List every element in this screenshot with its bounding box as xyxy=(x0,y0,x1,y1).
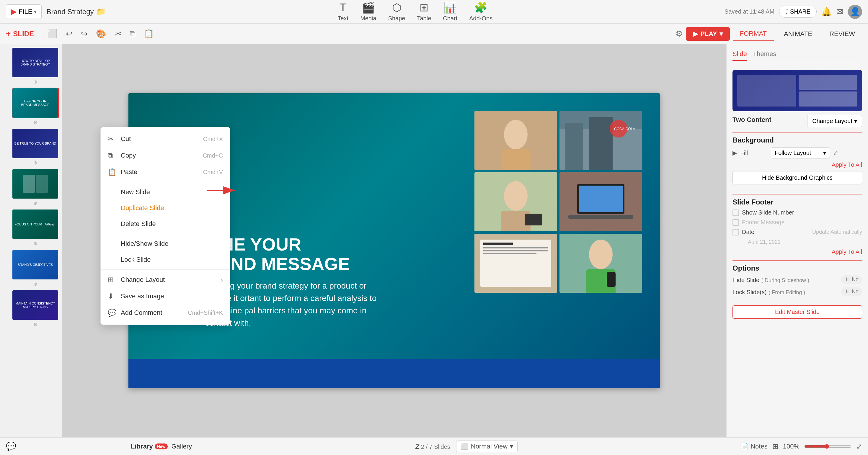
canvas-area: FINE YOUR RAND MESSAGE creating your bra… xyxy=(62,44,726,437)
fullscreen-icon[interactable]: ⤢ xyxy=(856,442,862,451)
background-section-title: Background xyxy=(733,132,862,144)
date-row: Date Update Automatically xyxy=(733,229,862,235)
slide-view-icon[interactable]: ⬜ xyxy=(46,28,59,40)
toolbar-right: ⚙ ▶ PLAY ▾ FORMAT ANIMATE REVIEW xyxy=(676,27,862,41)
avatar[interactable]: 👤 xyxy=(848,5,862,19)
ctx-hide-show-slide[interactable]: Hide/Show Slide xyxy=(101,236,230,252)
image-grid: COCA-COLA xyxy=(474,111,642,293)
lock-slides-label: Lock Slide(s) xyxy=(733,289,767,295)
date-value: April 21, 2021 xyxy=(748,239,781,245)
comment-icon: 💬 xyxy=(108,308,116,317)
cut-icon[interactable]: ✂ xyxy=(113,28,123,40)
image-cell-4 xyxy=(559,172,642,231)
apply-to-all-fill[interactable]: Apply To All xyxy=(733,161,862,168)
file-label: FILE xyxy=(19,8,32,15)
copy-icon[interactable]: ⧉ xyxy=(128,28,137,40)
slide-thumb-icon-6: ⊕ xyxy=(33,281,37,287)
undo-icon[interactable]: ↩ xyxy=(65,28,74,40)
ctx-add-comment[interactable]: 💬 Add Comment Cmd+Shift+K xyxy=(101,304,230,321)
lock-slides-sub: ( From Editing ) xyxy=(769,289,805,295)
format-painter-icon[interactable]: 🎨 xyxy=(95,28,107,40)
cut-icon: ✂ xyxy=(108,135,116,143)
apply-to-all-footer[interactable]: Apply To All xyxy=(733,249,862,255)
ctx-copy[interactable]: ⧉ Copy Cmd+C xyxy=(101,147,230,164)
ctx-cut[interactable]: ✂ Cut Cmd+X xyxy=(101,131,230,147)
change-layout-chevron-icon: ▾ xyxy=(854,118,857,125)
hide-slide-toggle[interactable]: ⏸ No xyxy=(841,275,862,284)
slide-bottom-bar xyxy=(128,359,660,388)
svg-rect-2 xyxy=(501,149,531,170)
ctx-delete-slide[interactable]: Delete Slide xyxy=(101,216,230,232)
change-layout-button[interactable]: Change Layout ▾ xyxy=(807,115,862,127)
footer-message-checkbox[interactable] xyxy=(733,219,739,226)
svg-rect-16 xyxy=(568,215,633,219)
zoom-slider[interactable] xyxy=(804,444,851,449)
lock-slide-toggle[interactable]: ⏸ No xyxy=(841,287,862,296)
right-panel-tabs: Slide Themes xyxy=(733,50,862,64)
expand-arrow-icon: ▶ xyxy=(733,150,737,156)
view-icon: ⬜ xyxy=(461,443,469,450)
ctx-lock-slide[interactable]: Lock Slide xyxy=(101,252,230,268)
messages-icon[interactable]: ✉ xyxy=(836,7,843,17)
toolbar-addons[interactable]: 🧩 Add-Ons xyxy=(469,1,492,22)
add-slide-button[interactable]: + SLIDE xyxy=(6,29,34,39)
update-auto-label: Update Automatically xyxy=(812,229,862,235)
library-button[interactable]: Library New xyxy=(131,443,168,450)
paste-icon[interactable]: 📋 xyxy=(143,28,155,40)
slide-thumb-1[interactable]: HOW TO DEVELOPBRAND STRATEGY xyxy=(12,47,59,78)
toolbar-media[interactable]: 🎬 Media xyxy=(360,1,376,22)
bottom-bar-right: 📄 Notes ⊞ 100% ⤢ xyxy=(741,442,862,451)
slide-thumb-5[interactable]: FOCUS ON YOUR TARGET xyxy=(12,209,59,239)
tab-review[interactable]: REVIEW xyxy=(822,27,862,41)
notes-button[interactable]: 📄 Notes xyxy=(741,443,767,450)
notifications-icon[interactable]: 🔔 xyxy=(822,7,832,17)
svg-rect-21 xyxy=(483,250,548,251)
svg-rect-6 xyxy=(589,117,613,170)
ctx-paste[interactable]: 📋 Paste Cmd+V xyxy=(101,164,230,180)
svg-rect-19 xyxy=(483,242,513,245)
ctx-change-layout[interactable]: ⊞ Change Layout › xyxy=(101,271,230,288)
shape-icon: ⬡ xyxy=(392,1,401,14)
show-slide-number-checkbox[interactable] xyxy=(733,209,739,216)
fill-label: ▶ Fill xyxy=(733,149,768,156)
normal-view-button[interactable]: ⬜ Normal View ▾ xyxy=(456,441,518,452)
tab-format[interactable]: FORMAT xyxy=(733,27,774,41)
slide-thumb-3[interactable]: BE TRUE TO YOUR BRAND xyxy=(12,128,59,159)
gallery-button[interactable]: Gallery xyxy=(171,443,192,450)
image-cell-6 xyxy=(559,234,642,293)
fill-expand-icon[interactable]: ⤢ xyxy=(833,149,838,157)
tab-animate[interactable]: ANIMATE xyxy=(777,27,819,41)
fill-select[interactable]: Follow Layout ▾ xyxy=(771,147,830,158)
play-chevron-icon: ▾ xyxy=(719,30,723,38)
hide-bg-graphics-button[interactable]: Hide Background Graphics xyxy=(733,171,862,185)
edit-master-slide-button[interactable]: Edit Master Slide xyxy=(733,305,862,319)
bottom-bar-left: 💬 xyxy=(6,442,16,451)
grid-view-icon[interactable]: ⊞ xyxy=(772,442,778,451)
ctx-save-as-image[interactable]: ⬇ Save as Image xyxy=(101,288,230,304)
settings-icon[interactable]: ⚙ xyxy=(676,29,683,39)
svg-point-10 xyxy=(504,181,528,211)
file-button[interactable]: ▶ FILE ▾ xyxy=(6,4,42,19)
rp-tab-themes[interactable]: Themes xyxy=(753,50,776,61)
slide-thumb-wrapper-6: 6 BRAND'S OBJECTIVES ⊕ xyxy=(3,249,59,287)
share-button[interactable]: ⤴ SHARE xyxy=(779,6,817,18)
slide-thumb-6[interactable]: BRAND'S OBJECTIVES xyxy=(12,249,59,280)
redo-icon[interactable]: ↪ xyxy=(80,28,89,40)
date-checkbox[interactable] xyxy=(733,229,739,235)
chat-icon[interactable]: 💬 xyxy=(6,442,16,451)
slide-text-block: FINE YOUR RAND MESSAGE creating your bra… xyxy=(205,235,382,329)
toolbar-shape[interactable]: ⬡ Shape xyxy=(388,1,405,22)
ctx-duplicate-slide[interactable]: Duplicate Slide xyxy=(101,200,230,216)
toolbar-chart[interactable]: 📊 Chart xyxy=(443,1,457,22)
slide-thumb-4[interactable] xyxy=(12,168,59,199)
slide-thumb-icon-3: ⊕ xyxy=(33,160,37,166)
rp-tab-slide[interactable]: Slide xyxy=(733,50,747,61)
slide-thumb-wrapper-3: 3 BE TRUE TO YOUR BRAND ⊕ xyxy=(3,128,59,166)
right-panel: Slide Themes Two Content Change Layout ▾… xyxy=(726,44,868,437)
toolbar-text[interactable]: T Text xyxy=(337,1,348,22)
slide-title: FINE YOUR RAND MESSAGE xyxy=(205,235,382,274)
slide-thumb-2[interactable]: DEFINE YOURBRAND MESSAGE xyxy=(12,88,59,118)
slide-thumb-7[interactable]: MAINTAIN CONSISTENCYADD EMOTIONS xyxy=(12,290,59,320)
toolbar-table[interactable]: ⊞ Table xyxy=(417,1,431,22)
play-button[interactable]: ▶ PLAY ▾ xyxy=(686,27,730,41)
